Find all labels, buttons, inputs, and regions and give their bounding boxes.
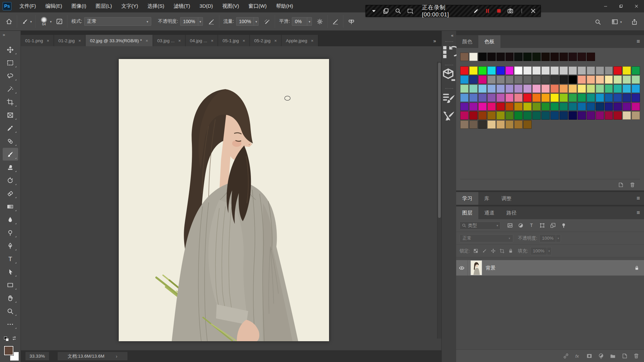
- color-swatch[interactable]: [505, 84, 514, 93]
- shape-tool[interactable]: [3, 279, 18, 291]
- fx-icon[interactable]: fx: [575, 353, 581, 359]
- share-icon[interactable]: [630, 17, 639, 26]
- color-swatch[interactable]: [541, 53, 550, 61]
- color-swatch[interactable]: [569, 53, 577, 61]
- color-swatch[interactable]: [605, 94, 613, 102]
- color-swatch[interactable]: [596, 111, 604, 120]
- toolbar-expand-chevrons[interactable]: »: [0, 31, 20, 37]
- layer-filter-type-select[interactable]: 类型 ▾: [460, 222, 500, 230]
- color-swatch[interactable]: [596, 66, 604, 75]
- stop-icon[interactable]: [496, 8, 502, 14]
- caret-down-icon[interactable]: [371, 8, 377, 14]
- color-swatch[interactable]: [478, 66, 487, 75]
- pressure-opacity-icon[interactable]: [207, 17, 216, 26]
- color-swatch[interactable]: [569, 84, 577, 93]
- new-swatch-icon[interactable]: [618, 182, 624, 188]
- color-swatch[interactable]: [596, 75, 604, 84]
- menu-item-5[interactable]: 选择(S): [143, 0, 169, 12]
- color-swatch[interactable]: [496, 66, 505, 75]
- zoom-tool[interactable]: [3, 305, 18, 317]
- color-swatch[interactable]: [587, 53, 595, 61]
- eyedropper-tool[interactable]: [3, 122, 18, 134]
- color-swatch[interactable]: [523, 84, 532, 93]
- color-swatch[interactable]: [532, 84, 541, 93]
- color-swatch[interactable]: [469, 66, 478, 75]
- color-swatch[interactable]: [613, 75, 622, 84]
- brush-tool[interactable]: [3, 148, 18, 161]
- menu-item-8[interactable]: 视图(V): [218, 0, 244, 12]
- color-swatch[interactable]: [550, 111, 559, 120]
- document-tab-1[interactable]: 01-2.jpg×: [54, 35, 86, 46]
- color-swatch[interactable]: [596, 84, 604, 93]
- layers-tab-2[interactable]: 路径: [500, 206, 523, 219]
- artboard-lock-icon[interactable]: [499, 248, 504, 253]
- color-swatch[interactable]: [523, 103, 532, 111]
- color-swatch[interactable]: [460, 75, 469, 84]
- color-swatch[interactable]: [613, 66, 622, 75]
- color-swatch[interactable]: [587, 66, 595, 75]
- brush-preset-button[interactable]: [20, 17, 29, 26]
- color-swatch[interactable]: [523, 94, 532, 102]
- color-swatch[interactable]: [523, 111, 532, 120]
- restore-button[interactable]: [613, 0, 629, 12]
- menu-item-1[interactable]: 编辑(E): [41, 0, 67, 12]
- tab-close-icon[interactable]: ×: [178, 38, 181, 43]
- smoothing-gear-icon[interactable]: [315, 17, 324, 26]
- color-swatch[interactable]: [587, 111, 595, 120]
- color-swatch[interactable]: [514, 120, 523, 129]
- color-swatch[interactable]: [578, 75, 586, 84]
- color-swatch[interactable]: [632, 103, 640, 111]
- document-canvas[interactable]: [119, 59, 329, 341]
- color-swatch[interactable]: [460, 53, 469, 61]
- color-swatch[interactable]: [496, 75, 505, 84]
- windows-icon[interactable]: [383, 8, 389, 14]
- color-swatch[interactable]: [505, 103, 514, 111]
- color-swatch[interactable]: [487, 103, 496, 111]
- color-swatch[interactable]: [514, 94, 523, 102]
- color-swatch[interactable]: [487, 120, 496, 129]
- color-swatch[interactable]: [559, 84, 568, 93]
- color-swatch[interactable]: [632, 66, 640, 75]
- color-swatch[interactable]: [605, 75, 613, 84]
- panel-menu-icon[interactable]: ≡: [637, 35, 644, 48]
- color-swatch[interactable]: [478, 53, 487, 61]
- color-swatch[interactable]: [487, 111, 496, 120]
- color-swatch[interactable]: [613, 111, 622, 120]
- close-button[interactable]: [629, 0, 644, 12]
- color-swatch[interactable]: [532, 66, 541, 75]
- color-swatch[interactable]: [496, 103, 505, 111]
- color-swatch[interactable]: [460, 94, 469, 102]
- color-swatch[interactable]: [605, 66, 613, 75]
- color-swatch[interactable]: [632, 84, 640, 93]
- layer-visibility-toggle[interactable]: [456, 260, 468, 276]
- layer-row[interactable]: 背景: [456, 260, 644, 276]
- color-swatch[interactable]: [578, 103, 586, 111]
- checker-lock-icon[interactable]: [473, 248, 478, 253]
- color-swatch[interactable]: [487, 75, 496, 84]
- tab-close-icon[interactable]: ×: [274, 38, 277, 43]
- color-swatch[interactable]: [514, 111, 523, 120]
- color-swatch[interactable]: [623, 84, 631, 93]
- new-layer-icon[interactable]: [622, 353, 628, 359]
- color-swatch[interactable]: [596, 94, 604, 102]
- color-swatch[interactable]: [496, 120, 505, 129]
- brush-lock-icon[interactable]: [482, 248, 487, 253]
- color-swatch[interactable]: [578, 94, 586, 102]
- color-swatch[interactable]: [605, 103, 613, 111]
- color-swatch[interactable]: [559, 111, 568, 120]
- filter-toggle-icon[interactable]: [561, 223, 567, 228]
- color-swatch[interactable]: [605, 84, 613, 93]
- color-swatch[interactable]: [487, 66, 496, 75]
- color-swatch[interactable]: [569, 75, 577, 84]
- smoothing-input[interactable]: 0% ▾: [292, 17, 312, 26]
- link-icon[interactable]: [563, 353, 569, 359]
- menu-item-4[interactable]: 文字(Y): [117, 0, 143, 12]
- brushes-panel-icon[interactable]: [442, 109, 457, 127]
- vertical-scrollbar[interactable]: [437, 62, 441, 339]
- color-swatch[interactable]: [550, 75, 559, 84]
- canvas-area[interactable]: [21, 46, 441, 350]
- color-swatch[interactable]: [541, 111, 550, 120]
- color-swatch[interactable]: [541, 103, 550, 111]
- color-swatch[interactable]: [523, 120, 532, 129]
- color-swatch[interactable]: [569, 94, 577, 102]
